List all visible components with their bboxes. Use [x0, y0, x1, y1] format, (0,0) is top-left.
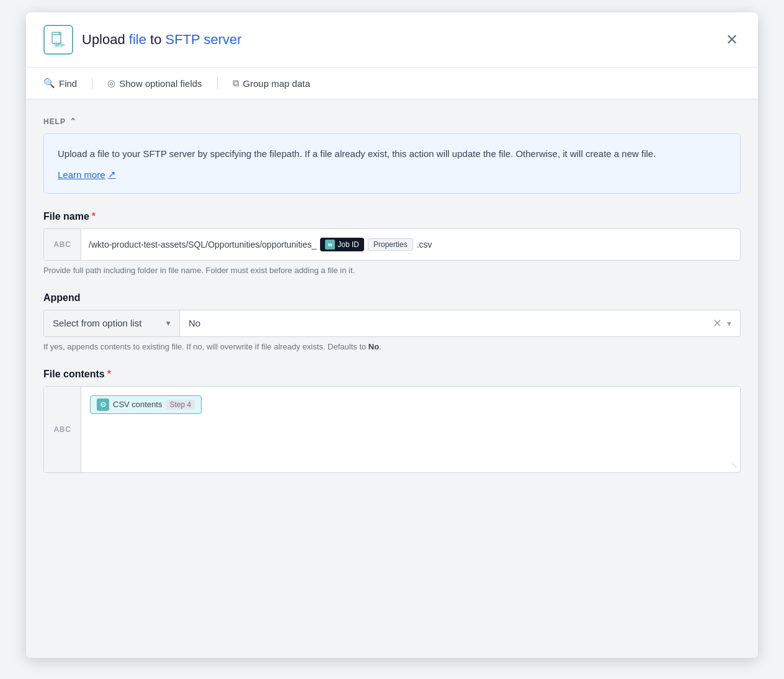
- group-icon: ⧉: [233, 78, 239, 89]
- toolbar-divider-2: [217, 78, 218, 89]
- help-section: HELP ⌃ Upload a file to your SFTP server…: [43, 117, 741, 194]
- find-button[interactable]: 🔍 Find: [43, 76, 77, 90]
- resize-icon: ⤡: [731, 461, 737, 470]
- file-contents-input[interactable]: ABC ⚙ CSV contents Step 4 ⤡: [43, 386, 741, 473]
- csv-contents-chip[interactable]: ⚙ CSV contents Step 4: [90, 395, 202, 414]
- csv-chip-label: CSV contents: [113, 400, 163, 409]
- toolbar-divider: [92, 78, 92, 89]
- header-left: SFTP Upload file to SFTP server: [43, 25, 242, 55]
- properties-badge[interactable]: Properties: [368, 238, 413, 251]
- chevron-down-icon: ▾: [166, 318, 171, 328]
- file-name-content[interactable]: /wkto-product-test-assets/SQL/Opportunit…: [81, 229, 740, 260]
- file-contents-section: File contents * ABC ⚙ CSV contents Step …: [43, 369, 741, 473]
- option-list-label: Select from option list: [53, 318, 141, 328]
- resize-handle[interactable]: ⤡: [729, 387, 740, 472]
- file-name-hint: Provide full path including folder in fi…: [43, 266, 741, 275]
- workato-logo: w: [325, 240, 335, 250]
- learn-more-link[interactable]: Learn more ↗: [58, 169, 116, 180]
- modal-header: SFTP Upload file to SFTP server ✕: [26, 12, 758, 68]
- clear-button[interactable]: ✕: [713, 318, 722, 329]
- job-id-token[interactable]: w Job ID: [320, 238, 364, 251]
- required-indicator: *: [92, 211, 96, 222]
- file-suffix: .csv: [417, 240, 432, 250]
- file-name-input[interactable]: ABC /wkto-product-test-assets/SQL/Opport…: [43, 228, 741, 261]
- file-contents-body[interactable]: ⚙ CSV contents Step 4: [81, 387, 729, 472]
- file-name-section: File name * ABC /wkto-product-test-asset…: [43, 211, 741, 275]
- help-text: Upload a file to your SFTP server by spe…: [58, 146, 726, 161]
- sftp-icon: SFTP: [43, 25, 73, 55]
- append-value-container[interactable]: No ✕ ▾: [180, 310, 741, 337]
- toolbar: 🔍 Find ◎ Show optional fields ⧉ Group ma…: [26, 68, 758, 99]
- external-link-icon: ↗: [108, 169, 116, 180]
- group-map-button[interactable]: ⧉ Group map data: [233, 76, 310, 90]
- append-value-text: No: [189, 318, 200, 328]
- append-section: Append Select from option list ▾ No ✕ ▾ …: [43, 292, 741, 351]
- content-area: HELP ⌃ Upload a file to your SFTP server…: [26, 99, 758, 658]
- file-name-label: File name *: [43, 211, 741, 222]
- search-icon: 🔍: [43, 78, 55, 89]
- close-button[interactable]: ✕: [723, 30, 741, 50]
- help-chevron-icon: ⌃: [69, 117, 77, 126]
- append-row: Select from option list ▾ No ✕ ▾: [43, 310, 741, 337]
- help-box: Upload a file to your SFTP server by spe…: [43, 133, 741, 194]
- file-contents-label: File contents *: [43, 369, 741, 380]
- help-section-label: HELP ⌃: [43, 117, 741, 126]
- append-hint: If yes, appends contents to existing fil…: [43, 342, 741, 351]
- modal-container: SFTP Upload file to SFTP server ✕ 🔍 Find…: [26, 12, 758, 658]
- gear-icon: ⚙: [97, 398, 109, 411]
- expand-button[interactable]: ▾: [727, 318, 731, 328]
- svg-text:SFTP: SFTP: [55, 43, 65, 47]
- abc-type-label: ABC: [44, 229, 81, 260]
- append-label: Append: [43, 292, 741, 304]
- modal-title: Upload file to SFTP server: [82, 32, 242, 48]
- eye-icon: ◎: [107, 78, 115, 89]
- required-indicator-2: *: [107, 369, 111, 380]
- append-value-actions: ✕ ▾: [713, 318, 731, 329]
- option-list-button[interactable]: Select from option list ▾: [43, 310, 180, 337]
- step-badge: Step 4: [166, 400, 195, 410]
- file-path-text: /wkto-product-test-assets/SQL/Opportunit…: [89, 240, 316, 250]
- optional-fields-button[interactable]: ◎ Show optional fields: [107, 76, 202, 90]
- abc-type-label-2: ABC: [44, 387, 81, 472]
